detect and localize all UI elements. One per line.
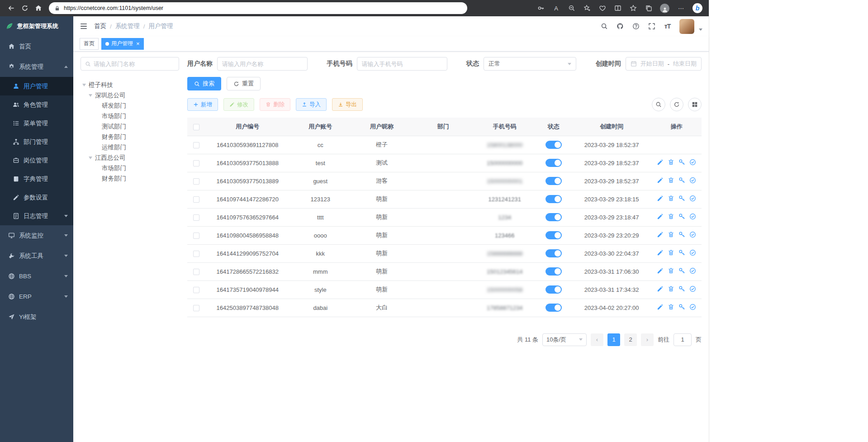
status-toggle[interactable] <box>545 141 562 149</box>
row-reset-password-icon[interactable] <box>678 249 685 256</box>
row-edit-icon[interactable] <box>657 177 664 184</box>
row-delete-icon[interactable] <box>668 213 674 220</box>
fullscreen-icon[interactable] <box>648 23 655 30</box>
browser-profile-avatar[interactable] <box>660 4 669 13</box>
row-checkbox[interactable] <box>193 251 199 257</box>
row-assign-role-icon[interactable] <box>689 249 696 256</box>
page-size-select[interactable]: 10条/页 <box>542 333 587 346</box>
edit-user-button[interactable]: 修改 <box>223 98 254 111</box>
row-delete-icon[interactable] <box>668 304 674 310</box>
sidebar-item-system-tools[interactable]: 系统工具 <box>0 246 73 266</box>
password-key-icon[interactable] <box>537 5 545 12</box>
user-avatar[interactable] <box>679 19 694 34</box>
favorites-icon[interactable] <box>629 5 637 12</box>
row-delete-icon[interactable] <box>668 195 674 202</box>
page-button-1[interactable]: 1 <box>607 333 620 346</box>
sidebar-item-user-management[interactable]: 用户管理 <box>0 77 73 95</box>
row-delete-icon[interactable] <box>668 159 674 166</box>
browser-menu-icon[interactable]: ⋯ <box>677 5 685 12</box>
row-checkbox[interactable] <box>193 287 199 293</box>
row-reset-password-icon[interactable] <box>678 267 685 274</box>
row-assign-role-icon[interactable] <box>689 267 696 274</box>
toggle-search-button[interactable] <box>652 98 665 111</box>
row-assign-role-icon[interactable] <box>689 304 696 310</box>
sidebar-item-bbs[interactable]: BBS <box>0 266 73 286</box>
row-reset-password-icon[interactable] <box>678 195 685 202</box>
browser-essentials-icon[interactable] <box>598 5 606 12</box>
status-toggle[interactable] <box>545 249 562 257</box>
import-button[interactable]: 导入 <box>296 98 327 111</box>
prev-page-button[interactable]: ‹ <box>591 333 603 346</box>
add-user-button[interactable]: 新增 <box>187 98 218 111</box>
sidebar-item-system-management[interactable]: 系统管理 <box>0 57 73 77</box>
tree-node[interactable]: 测试部门 <box>81 121 179 132</box>
dept-search-input[interactable] <box>94 61 175 67</box>
row-assign-role-icon[interactable] <box>689 213 696 220</box>
tree-node[interactable]: 财务部门 <box>81 132 179 142</box>
tree-node[interactable]: 市场部门 <box>81 163 179 173</box>
header-search-icon[interactable] <box>600 23 608 30</box>
row-delete-icon[interactable] <box>668 177 674 184</box>
tree-node[interactable]: 财务部门 <box>81 173 179 184</box>
sidebar-item-log-management[interactable]: 日志管理 <box>0 207 73 225</box>
row-edit-icon[interactable] <box>657 267 664 274</box>
row-delete-icon[interactable] <box>668 231 674 238</box>
row-edit-icon[interactable] <box>657 159 664 166</box>
row-reset-password-icon[interactable] <box>678 285 685 292</box>
tab-1[interactable]: 用户管理× <box>101 38 144 50</box>
sidebar-item-system-monitor[interactable]: 系统监控 <box>0 225 73 246</box>
row-checkbox[interactable] <box>193 269 199 275</box>
collections-icon[interactable] <box>645 5 652 12</box>
goto-page-input[interactable] <box>674 333 692 346</box>
refresh-table-button[interactable] <box>670 98 683 111</box>
row-reset-password-icon[interactable] <box>678 231 685 238</box>
row-checkbox[interactable] <box>193 196 199 203</box>
row-checkbox[interactable] <box>193 233 199 239</box>
tree-node[interactable]: 运维部门 <box>81 142 179 152</box>
date-range-picker[interactable]: 开始日期 - 结束日期 <box>626 57 702 71</box>
row-assign-role-icon[interactable] <box>689 195 696 202</box>
breadcrumb-home[interactable]: 首页 <box>94 22 106 30</box>
row-checkbox[interactable] <box>193 142 199 148</box>
close-icon[interactable]: × <box>136 41 140 47</box>
reload-icon[interactable] <box>18 1 32 15</box>
status-toggle[interactable] <box>545 159 562 167</box>
browser-home-icon[interactable] <box>32 1 45 15</box>
export-button[interactable]: 导出 <box>332 98 363 111</box>
next-page-button[interactable]: › <box>641 333 654 346</box>
status-select[interactable]: 正常 <box>484 57 576 71</box>
row-checkbox[interactable] <box>193 178 199 185</box>
sidebar-item-param-settings[interactable]: 参数设置 <box>0 188 73 207</box>
row-assign-role-icon[interactable] <box>689 159 696 166</box>
sidebar-item-menu-management[interactable]: 菜单管理 <box>0 114 73 133</box>
row-edit-icon[interactable] <box>657 285 664 292</box>
sidebar-item-home[interactable]: 首页 <box>0 36 73 57</box>
font-size-icon[interactable]: тT <box>664 23 671 30</box>
row-checkbox[interactable] <box>193 160 199 166</box>
row-edit-icon[interactable] <box>657 213 664 220</box>
zoom-out-icon[interactable] <box>568 5 575 12</box>
sidebar-item-dept-management[interactable]: 部门管理 <box>0 133 73 151</box>
row-delete-icon[interactable] <box>668 249 674 256</box>
row-edit-icon[interactable] <box>657 249 664 256</box>
help-icon[interactable] <box>632 23 640 30</box>
row-reset-password-icon[interactable] <box>678 304 685 310</box>
search-button[interactable]: 搜索 <box>187 77 221 90</box>
row-checkbox[interactable] <box>193 305 199 311</box>
row-reset-password-icon[interactable] <box>678 213 685 220</box>
copilot-icon[interactable]: b <box>693 3 702 13</box>
tab-0[interactable]: 首页 <box>80 38 99 50</box>
delete-user-button[interactable]: 删除 <box>260 98 290 111</box>
status-toggle[interactable] <box>545 231 562 239</box>
address-bar[interactable]: https://ccnetcore.com:1101/system/user <box>49 2 467 14</box>
sidebar-item-dict-management[interactable]: 字典管理 <box>0 170 73 188</box>
status-toggle[interactable] <box>545 213 562 221</box>
row-assign-role-icon[interactable] <box>689 231 696 238</box>
tree-node[interactable]: 研发部门 <box>81 100 179 111</box>
row-edit-icon[interactable] <box>657 231 664 238</box>
sidebar-item-yi-framework[interactable]: Yi框架 <box>0 307 73 327</box>
tree-node[interactable]: 橙子科技 <box>81 80 179 90</box>
tree-node[interactable]: 深圳总公司 <box>81 90 179 100</box>
status-toggle[interactable] <box>545 195 562 203</box>
tree-node[interactable]: 市场部门 <box>81 111 179 121</box>
